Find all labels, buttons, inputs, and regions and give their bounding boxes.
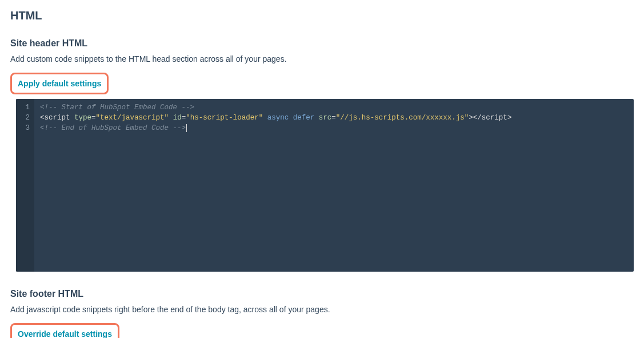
cursor-caret	[186, 124, 187, 132]
site-header-code-editor[interactable]: 1 2 3 <!-- Start of HubSpot Embed Code -…	[16, 99, 634, 272]
line-number: 2	[24, 113, 30, 123]
site-footer-description: Add javascript code snippets right befor…	[10, 305, 634, 314]
site-footer-title: Site footer HTML	[10, 289, 634, 299]
line-number: 1	[24, 102, 30, 113]
code-line-1: <!-- Start of HubSpot Embed Code -->	[40, 104, 194, 112]
override-default-highlight: Override default settings	[10, 323, 119, 338]
code-line-3: <!-- End of HubSpot Embed Code -->	[40, 124, 186, 132]
code-line-2: <script type="text/javascript" id="hs-sc…	[40, 114, 511, 122]
apply-default-highlight: Apply default settings	[10, 73, 109, 94]
code-content[interactable]: <!-- Start of HubSpot Embed Code --> <sc…	[34, 99, 634, 272]
apply-default-settings-button[interactable]: Apply default settings	[12, 74, 107, 93]
page-title: HTML	[10, 9, 634, 22]
site-header-description: Add custom code snippets to the HTML hea…	[10, 54, 634, 63]
override-default-settings-button[interactable]: Override default settings	[12, 325, 118, 338]
code-gutter: 1 2 3	[16, 99, 34, 272]
site-header-title: Site header HTML	[10, 38, 634, 49]
line-number: 3	[24, 123, 30, 133]
